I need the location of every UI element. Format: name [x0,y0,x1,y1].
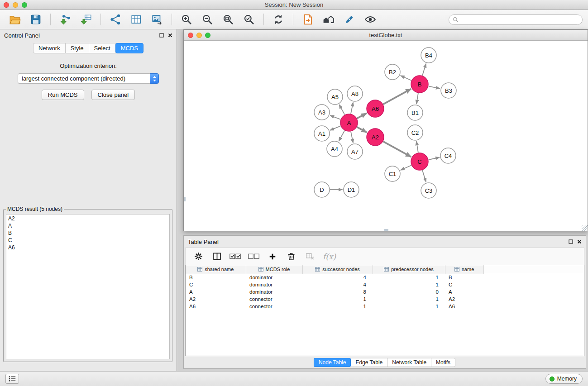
tab-edge-table[interactable]: Edge Table [351,358,387,367]
table-cell[interactable]: dominator [246,274,302,281]
criterion-dropdown[interactable]: largest connected component (directed) [18,73,159,84]
table-row[interactable]: Adominator80A [186,288,584,295]
graph-edge-A-A7[interactable] [351,132,353,143]
zoom-out-button[interactable] [198,11,217,28]
table-cell[interactable]: connector [246,295,302,303]
home-button[interactable] [319,11,338,28]
table-cell[interactable]: 1 [302,295,373,303]
graph-edge-A-A3[interactable] [330,115,340,119]
graph-edge-C-C1[interactable] [401,165,411,170]
column-header-name[interactable]: name [445,265,483,274]
table-cell[interactable]: B [186,274,246,281]
graph-edge-A-A8[interactable] [351,102,353,114]
table-cell[interactable]: 1 [373,274,445,281]
settings-button[interactable] [192,250,205,263]
delete-row-button[interactable] [285,250,297,263]
table-cell[interactable]: connector [246,303,302,310]
table-cell[interactable]: 1 [373,295,445,303]
graph-edge-B-B3[interactable] [429,86,440,89]
table-cell[interactable]: A6 [445,303,483,310]
search-input[interactable] [461,16,579,23]
graph-edge-C-C3[interactable] [422,170,426,182]
mcds-result-item[interactable]: C [8,237,167,244]
graph-edge-A2-C[interactable] [383,142,411,157]
zoom-window-button[interactable] [22,2,27,8]
table-cell[interactable]: A2 [445,295,483,303]
graph-node-C2[interactable]: C2 [407,125,423,140]
zoom-in-button[interactable] [177,11,196,28]
table-panel-float-icon[interactable] [569,239,573,244]
resize-grip[interactable] [582,225,588,231]
graph-node-C[interactable]: C [411,153,428,170]
graph-edge-A6-B[interactable] [383,89,411,104]
tab-network-table[interactable]: Network Table [387,358,431,367]
column-header-shared-name[interactable]: shared name [186,265,246,274]
graph-node-C1[interactable]: C1 [385,166,400,181]
graph-node-C4[interactable]: C4 [440,148,456,163]
export-document-button[interactable] [298,11,317,28]
graph-node-B2[interactable]: B2 [385,64,400,80]
mcds-result-list[interactable]: A2ABCA6 [6,214,170,359]
graph-node-B1[interactable]: B1 [407,105,423,120]
panel-selector-button[interactable] [5,374,19,384]
table-cell[interactable]: C [186,281,246,288]
mcds-result-item[interactable]: A [8,222,167,229]
graph-node-A1[interactable]: A1 [314,126,330,141]
network-zoom-button[interactable] [205,33,210,38]
table-cell[interactable]: 4 [302,281,373,288]
table-row[interactable]: Cdominator41C [186,281,584,288]
column-header-MCDS-role[interactable]: MCDS role [246,265,302,274]
graph-node-D[interactable]: D [314,182,330,197]
graph-edge-C-C2[interactable] [416,141,418,152]
run-mcds-button[interactable]: Run MCDS [42,90,84,100]
control-panel-float-icon[interactable] [159,33,164,38]
graph-node-A4[interactable]: A4 [327,141,342,157]
table-row[interactable]: A2connector11A2 [186,295,584,303]
table-cell[interactable]: A6 [186,303,246,310]
mcds-result-item[interactable]: B [8,229,167,237]
refresh-button[interactable] [269,11,288,28]
memory-button[interactable]: Memory [545,374,583,384]
graph-edge-B-B2[interactable] [401,76,411,81]
network-minimize-button[interactable] [196,33,202,38]
mcds-result-item[interactable]: A6 [8,244,167,251]
table-cell[interactable]: 1 [373,281,445,288]
tab-network[interactable]: Network [33,43,66,53]
graph-node-B[interactable]: B [411,76,428,93]
table-cell[interactable]: A [186,288,246,295]
tab-mcds[interactable]: MCDS [115,43,143,53]
graph-edge-A-A1[interactable] [330,126,340,130]
function-builder-button[interactable]: f(x) [323,252,336,261]
tab-node-table[interactable]: Node Table [314,358,351,367]
tab-select[interactable]: Select [89,43,116,53]
graph-edge-B-B1[interactable] [416,93,418,104]
graph-edge-A-A2[interactable] [357,127,367,133]
zoom-fit-button[interactable] [219,11,238,28]
close-panel-button[interactable]: Close panel [91,90,135,100]
graph-node-A8[interactable]: A8 [347,86,363,101]
column-header-predecessor-nodes[interactable]: predecessor nodes [373,265,445,274]
table-cell[interactable]: 1 [302,303,373,310]
table-row[interactable]: Bdominator41B [186,274,584,281]
annotate-button[interactable] [340,11,359,28]
graph-node-A5[interactable]: A5 [327,89,343,105]
graph-node-A6[interactable]: A6 [367,100,384,117]
graph-edge-B-B4[interactable] [422,64,426,76]
eye-button[interactable] [361,11,380,28]
table-cell[interactable]: 0 [373,288,445,295]
graph-node-D1[interactable]: D1 [344,182,359,197]
search-field[interactable] [449,14,583,25]
table-panel-close-icon[interactable] [577,239,582,244]
import-table-button[interactable] [76,11,96,28]
delete-table-button[interactable] [303,250,316,263]
mcds-result-item[interactable]: A2 [8,215,167,222]
graph-node-A[interactable]: A [340,114,358,131]
graph-edge-A-A4[interactable] [339,131,344,141]
control-panel-close-icon[interactable] [168,33,172,38]
graph-node-B4[interactable]: B4 [421,48,436,63]
table-cell[interactable]: 8 [302,288,373,295]
table-cell[interactable]: 1 [373,303,445,310]
table-cell[interactable]: C [445,281,483,288]
network-close-button[interactable] [188,33,193,38]
clear-selection-button[interactable] [248,250,260,263]
